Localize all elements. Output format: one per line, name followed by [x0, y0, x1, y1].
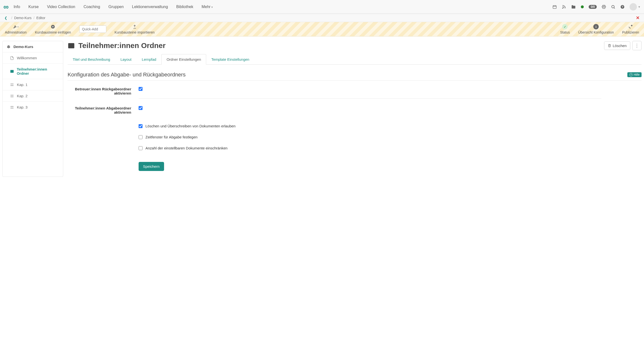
close-icon[interactable]: ✕ [636, 15, 640, 20]
main: Teilnehmer:innen Ordner Löschen ⋮ Titel … [68, 41, 642, 177]
tree-item-label: Kap. 3 [17, 105, 28, 109]
tree-item-label: Kap. 1 [17, 82, 28, 87]
help-icon[interactable]: ? [620, 5, 625, 9]
svg-point-21 [11, 96, 12, 97]
tab-template-einstellungen[interactable]: Template Einstellungen [206, 54, 254, 65]
module-icon [10, 83, 14, 87]
nav-coaching[interactable]: Coaching [84, 5, 100, 9]
help-button[interactable]: Hilfe [627, 72, 642, 77]
info-circle-icon: i [593, 24, 599, 30]
svg-rect-6 [603, 7, 605, 8]
tree-root[interactable]: Demo-Kurs [3, 41, 63, 52]
editor-toolbar: Administration Kursbausteine einfügen Ku… [0, 22, 644, 36]
nav-bibliothek[interactable]: Bibliothek [176, 5, 193, 9]
tabs: Titel und Beschreibung Layout Lernpfad O… [68, 54, 642, 65]
svg-rect-0 [553, 6, 556, 8]
tab-layout[interactable]: Layout [115, 54, 137, 65]
nav-mehr[interactable]: Mehr [202, 5, 213, 9]
trash-icon [608, 44, 611, 47]
breadcrumb-back-icon[interactable]: ❮ [4, 16, 7, 20]
avatar-icon [630, 3, 637, 10]
user-menu[interactable]: ▼ [630, 3, 640, 10]
breadcrumb-editor[interactable]: Editor [36, 16, 46, 20]
box-icon [6, 45, 11, 49]
nav-gruppen[interactable]: Gruppen [108, 5, 124, 9]
module-icon [10, 105, 14, 109]
nav-video-collection[interactable]: Video Collection [47, 5, 75, 9]
opt-limit-documents: Anzahl der einstellbaren Dokumente einsc… [138, 146, 642, 150]
tab-lernpfad[interactable]: Lernpfad [137, 54, 161, 65]
calendar-icon[interactable] [552, 5, 557, 9]
print-icon[interactable] [602, 5, 606, 9]
toolbar-status-label: Status [560, 30, 570, 34]
document-icon [10, 56, 14, 60]
nav-info[interactable]: Info [14, 5, 20, 9]
participant-submit-folder-label: Teilnehmer:innen Abgabeordner aktivieren [68, 106, 138, 171]
svg-point-4 [562, 8, 563, 8]
quick-add-wrap [79, 26, 106, 33]
svg-point-18 [12, 85, 13, 86]
module-icon [10, 94, 14, 98]
nav-lektionenverwaltung[interactable]: Lektionenverwaltung [132, 5, 168, 9]
top-nav: ∞ Info Kurse Video Collection Coaching G… [0, 0, 644, 14]
tree-item-kap1[interactable]: Kap. 1 [3, 79, 63, 90]
opt-label: Zeitfenster für Abgabe festlegen [146, 135, 198, 139]
participant-submit-folder-checkbox[interactable] [138, 106, 142, 110]
toolbar-publish[interactable]: Publizieren [622, 24, 639, 34]
coach-return-folder-label: Betreuer:innen Rückgabeordner aktivieren [68, 87, 138, 99]
tree-item-label: Teilnehmer:innen Ordner [17, 67, 59, 76]
counter-badge[interactable]: 0/0 [589, 5, 597, 9]
divider [138, 98, 602, 99]
more-actions-button[interactable]: ⋮ [632, 41, 642, 50]
opt-time-window-checkbox[interactable] [138, 135, 142, 139]
status-dot-icon[interactable] [581, 6, 584, 8]
svg-point-17 [11, 85, 12, 86]
toolbar-administration-label: Administration [5, 30, 27, 34]
row-participant-submit-folder: Teilnehmer:innen Abgabeordner aktivieren… [68, 106, 642, 171]
breadcrumb-course[interactable]: Demo-Kurs [14, 16, 32, 20]
rss-icon[interactable] [562, 5, 566, 9]
svg-text:?: ? [622, 5, 623, 8]
svg-point-26 [12, 108, 13, 108]
nav-kurse[interactable]: Kurse [28, 5, 39, 9]
breadcrumb-sep: / [34, 16, 34, 20]
config-form: Betreuer:innen Rückgabeordner aktivieren… [68, 87, 642, 171]
coach-return-folder-checkbox[interactable] [138, 87, 142, 91]
tab-title-description[interactable]: Titel und Beschreibung [68, 54, 115, 65]
tree-item-kap3[interactable]: Kap. 3 [3, 102, 63, 113]
search-icon[interactable] [611, 5, 615, 9]
toolbar-insert[interactable]: Kursbausteine einfügen [35, 24, 71, 34]
logo-infinity-icon[interactable]: ∞ [4, 3, 8, 11]
toolbar-import-label: Kursbausteine importieren [114, 30, 154, 34]
top-nav-icons: 0/0 ? ▼ [552, 3, 640, 10]
toolbar-status[interactable]: ✓ Status [560, 24, 570, 34]
page-title: Teilnehmer:innen Ordner [78, 42, 166, 50]
svg-point-25 [11, 108, 12, 108]
inbox-icon [68, 42, 75, 49]
page-title-wrap: Teilnehmer:innen Ordner [68, 42, 604, 50]
toolbar-overview-label: Übersicht Konfiguration [578, 30, 614, 34]
toolbar-import[interactable]: Kursbausteine importieren [114, 24, 154, 34]
opt-allow-delete-overwrite-checkbox[interactable] [138, 124, 142, 128]
tree-item-willkommen[interactable]: Willkommen [3, 52, 63, 64]
folder-open-icon[interactable] [571, 5, 576, 9]
wrench-icon [13, 24, 18, 30]
share-icon [628, 24, 633, 30]
svg-point-24 [12, 106, 13, 107]
opt-limit-documents-checkbox[interactable] [138, 146, 142, 150]
toolbar-overview[interactable]: i Übersicht Konfiguration [578, 24, 614, 34]
delete-button[interactable]: Löschen [604, 42, 630, 50]
tab-ordner-einstellungen[interactable]: Ordner Einstellungen [161, 54, 206, 65]
caret-down-icon: ▼ [638, 6, 640, 8]
tree-item-participant-folder[interactable]: Teilnehmer:innen Ordner [3, 64, 63, 79]
row-coach-return-folder: Betreuer:innen Rückgabeordner aktivieren [68, 87, 642, 99]
quick-add-input[interactable] [79, 26, 106, 33]
section-header: Konfiguration des Abgabe- und Rückgabeor… [68, 72, 642, 80]
tree-item-kap2[interactable]: Kap. 2 [3, 90, 63, 102]
svg-point-22 [12, 96, 13, 97]
opt-time-window: Zeitfenster für Abgabe festlegen [138, 135, 642, 139]
sub-options: Löschen und Überschreiben von Dokumenten… [138, 124, 642, 150]
save-button[interactable]: Speichern [138, 162, 164, 171]
breadcrumb: ❮ / Demo-Kurs / Editor ✕ [0, 14, 644, 22]
toolbar-administration[interactable]: Administration [5, 24, 27, 34]
